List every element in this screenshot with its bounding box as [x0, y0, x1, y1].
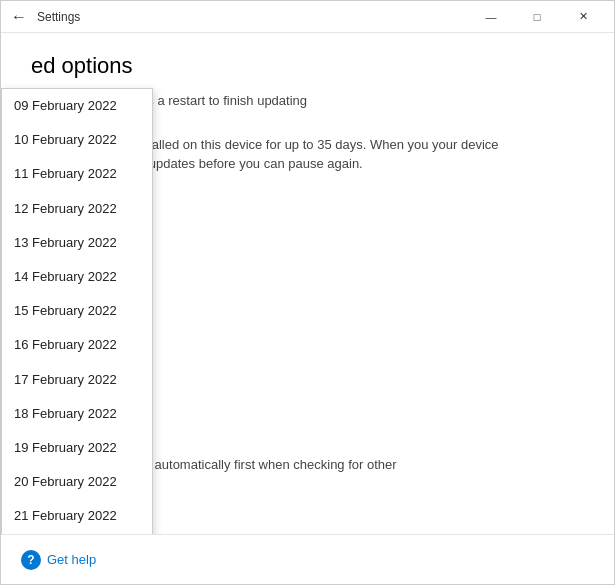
- help-icon-label: ?: [27, 553, 34, 567]
- dropdown-item[interactable]: 21 February 2022: [2, 499, 152, 533]
- maximize-button[interactable]: □: [514, 1, 560, 33]
- footer: ? Get help: [1, 534, 614, 584]
- close-button[interactable]: ✕: [560, 1, 606, 33]
- dropdown-item[interactable]: 22 February 2022: [2, 533, 152, 534]
- window-controls: — □ ✕: [468, 1, 606, 33]
- dropdown-item[interactable]: 20 February 2022: [2, 465, 152, 499]
- dropdown-item[interactable]: 13 February 2022: [2, 226, 152, 260]
- title-bar-left: ← Settings: [9, 7, 468, 27]
- minimize-button[interactable]: —: [468, 1, 514, 33]
- get-help-label: Get help: [47, 552, 96, 567]
- dropdown-item[interactable]: 19 February 2022: [2, 431, 152, 465]
- dropdown-item[interactable]: 14 February 2022: [2, 260, 152, 294]
- title-bar: ← Settings — □ ✕: [1, 1, 614, 33]
- help-icon: ?: [21, 550, 41, 570]
- window-title: Settings: [37, 10, 80, 24]
- dropdown-item[interactable]: 18 February 2022: [2, 397, 152, 431]
- dropdown-item[interactable]: 15 February 2022: [2, 294, 152, 328]
- dropdown-item[interactable]: 10 February 2022: [2, 123, 152, 157]
- dropdown-item[interactable]: 16 February 2022: [2, 328, 152, 362]
- date-dropdown[interactable]: 09 February 202210 February 202211 Febru…: [1, 88, 153, 534]
- content-area: ed options hen your PC requires a restar…: [1, 33, 614, 534]
- dropdown-item[interactable]: 09 February 2022: [2, 89, 152, 123]
- dropdown-item[interactable]: 17 February 2022: [2, 363, 152, 397]
- back-button[interactable]: ←: [9, 7, 29, 27]
- dropdown-item[interactable]: 12 February 2022: [2, 192, 152, 226]
- page-heading: ed options: [31, 53, 584, 79]
- dropdown-item[interactable]: 11 February 2022: [2, 157, 152, 191]
- settings-window: ← Settings — □ ✕ ed options hen your PC …: [0, 0, 615, 585]
- get-help-link[interactable]: ? Get help: [21, 550, 96, 570]
